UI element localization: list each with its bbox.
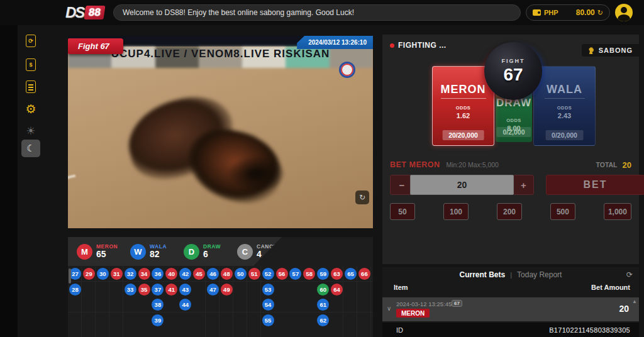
ds88-sabong-app: ⟳ $ ⚙ ☀ ☾ DS 88 Welcome to DS88! Enjoy t… [0,0,644,337]
sidebar-item-dark-mode[interactable]: ☾ [20,139,42,158]
tab-divider: | [510,271,512,279]
result-cell-43: 43 [179,284,191,296]
result-cell-38: 38 [152,299,164,311]
result-cell-48: 48 [221,268,233,280]
result-cell-45: 45 [193,268,205,280]
result-cell-34: 34 [138,268,150,280]
avatar-head-shape [621,7,627,13]
bet-info-bar: BET MERON Min:20 Max:5,000 TOTAL 20 [390,159,631,170]
column-bet-amount: Bet Amount [591,284,630,291]
wala-count-icon: W [130,244,146,260]
top-bar: DS 88 Welcome to DS88! Enjoy the best on… [0,0,644,25]
result-cell-57: 57 [289,268,301,280]
bets-refresh-icon[interactable]: ⟳ [626,270,633,279]
increase-bet-button[interactable]: + [513,175,534,195]
result-cell-61: 61 [317,299,329,311]
avatar-body-shape [618,14,630,21]
draw-count-icon: D [184,244,199,260]
bet-limits: Min:20 Max:5,000 [447,161,499,168]
user-avatar[interactable] [615,4,633,21]
wala-odds-value: 2.43 [534,112,595,119]
results-panel: MMERON65WWALA82DDRAW6CCANCEL4 2728293031… [68,237,373,337]
result-cell-31: 31 [111,268,123,280]
sidebar-item-rules[interactable] [20,77,42,96]
result-cell-47: 47 [207,284,219,296]
meron-count-icon: M [77,244,92,260]
sidebar-item-light-mode[interactable]: ☀ [20,121,42,140]
bet-side-label: BET MERON [390,160,440,169]
meron-pool: 20/20,000 [442,130,484,140]
bet-id-value: B1710221145803839305 [549,326,630,334]
result-cell-52: 52 [262,268,274,280]
current-bets-panel: Current Bets | Today Report ⟳ Item Bet A… [382,267,639,337]
betting-panel: FIGHTING ... SABONG MERON ODDS 1.62 20/2… [382,35,639,264]
quick-chips: 501002005001,000 [390,203,631,220]
bet-total-label: TOTAL [596,161,618,168]
wallet-amount: 80.00 [576,8,595,17]
summary-count: 82 [150,250,167,259]
bets-column-headers: Item Bet Amount [382,284,639,296]
tab-today-report[interactable]: Today Report [517,270,562,279]
result-cell-40: 40 [165,268,177,280]
results-grid: 2728293031323334353637383940414243444546… [68,266,373,337]
summary-count: 6 [203,250,221,259]
bet-side-badge: MERON [396,309,430,318]
left-edge-strip [0,0,18,337]
result-cell-33: 33 [125,284,136,296]
draw-odds-label: ODDS [496,118,532,123]
summary-count: 65 [96,250,118,259]
results-scrollbar[interactable] [69,268,71,284]
result-cell-44: 44 [179,299,191,311]
result-cell-30: 30 [97,268,109,280]
draw-pool: 0/2,000 [496,127,531,137]
result-cell-42: 42 [179,268,191,280]
sidebar: ⟳ $ ⚙ ☀ ☾ [18,25,63,337]
bet-fight-number-badge: 67 [452,300,462,307]
bet-record-row[interactable]: ∨ 2024-03-12 13:25:45 67 MERON 20 [382,297,639,321]
rooster-wing-shadow [228,157,285,191]
meron-title: MERON [441,83,486,99]
tab-current-bets[interactable]: Current Bets [460,270,506,279]
logo-ds-text: DS [65,4,84,21]
wallet-balance[interactable]: PHP 80.00 ↻ [526,4,610,21]
bet-records-icon: ⟳ [26,35,36,47]
result-cell-58: 58 [303,268,315,280]
fight-number-ball: FIGHT 67 [484,42,542,100]
bet-amount-stepper: − + BET [390,175,631,195]
result-cell-32: 32 [125,268,136,280]
result-cell-55: 55 [262,314,274,326]
quick-chip-100[interactable]: 100 [443,203,469,220]
bet-amount-input[interactable] [410,175,514,195]
video-settings-button[interactable]: ↻ [355,191,369,204]
summary-meron: MMERON65 [77,244,121,260]
result-cell-65: 65 [345,268,357,280]
wala-bet-card[interactable]: WALA ODDS 2.43 0/20,000 [533,66,596,146]
quick-chip-1000[interactable]: 1,000 [604,203,631,220]
bets-tabs: Current Bets | Today Report [382,267,639,282]
result-cell-64: 64 [331,284,343,296]
quick-chip-200[interactable]: 200 [497,203,522,220]
bet-datetime: 2024-03-12 13:25:45 [396,301,452,307]
result-cell-50: 50 [235,268,247,280]
sidebar-item-cash-records[interactable]: $ [20,55,42,74]
chevron-down-icon[interactable]: ∨ [387,305,391,312]
bets-scrollbar-arrow[interactable]: ▲ [632,299,637,304]
wallet-currency: PHP [544,9,558,16]
quick-chip-500[interactable]: 500 [550,203,575,220]
wallet-icon [533,9,541,16]
result-cell-37: 37 [152,284,164,296]
place-bet-button[interactable]: BET [546,175,644,195]
result-cell-63: 63 [331,268,343,280]
sidebar-item-settings[interactable]: ⚙ [20,99,42,118]
settings-gear-icon: ⚙ [25,103,36,115]
sidebar-item-bet-records[interactable]: ⟳ [20,31,42,50]
wala-odds-label: ODDS [534,105,595,111]
summary-cancel: CCANCEL4 [237,244,282,260]
summary-draw: DDRAW6 [184,244,228,260]
balance-refresh-icon[interactable]: ↻ [597,9,603,17]
result-cell-51: 51 [248,268,260,280]
ds88-logo[interactable]: DS 88 [65,3,104,22]
live-video-player[interactable]: UCUP4.LIVE / VENOM8.LIVE RISKISAN Fight … [68,36,373,228]
quick-chip-50[interactable]: 50 [390,203,415,220]
result-cell-60: 60 [317,284,329,296]
